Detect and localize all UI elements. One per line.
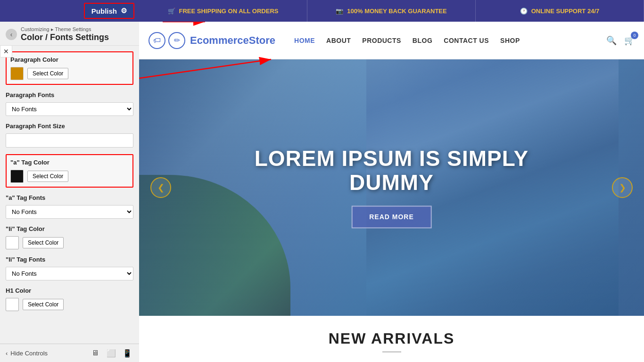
nav-right: 🔍 🛒 0 — [606, 35, 635, 46]
mobile-view-btn[interactable]: 📱 — [121, 348, 133, 358]
h1-color-row: Select Color — [6, 298, 133, 311]
back-button[interactable]: ‹ — [6, 29, 17, 40]
h1-color-button-label: Select Color — [28, 301, 58, 308]
paragraph-fonts-section: Paragraph Fonts No Fonts Arial Georgia — [6, 91, 133, 116]
preview-area: 🏷 ✏ EcommerceStore HOME ABOUT PRODUCTS B… — [139, 22, 644, 362]
paragraph-font-size-input[interactable] — [6, 133, 133, 148]
tablet-view-btn[interactable]: ⬜ — [105, 348, 117, 358]
hero-read-more-label: READ MORE — [369, 214, 414, 221]
breadcrumb-area: Customizing ▸ Theme Settings Color / Fon… — [21, 26, 109, 42]
site-nav: 🏷 ✏ EcommerceStore HOME ABOUT PRODUCTS B… — [139, 22, 644, 59]
hero-next-icon: ❯ — [619, 182, 626, 193]
publish-label: Publish — [91, 7, 117, 15]
hide-controls-label: Hide Controls — [10, 350, 48, 357]
cart-badge: 0 — [631, 32, 638, 39]
sidebar-header: ‹ Customizing ▸ Theme Settings Color / F… — [0, 22, 139, 46]
breadcrumb: Customizing ▸ Theme Settings — [21, 26, 109, 33]
logo-text-store: Store — [249, 34, 275, 46]
banner-guarantee-text: 100% MONEY BACK GUARANTEE — [347, 8, 446, 15]
hide-controls-chevron: ‹ — [6, 350, 8, 357]
view-icons: 🖥 ⬜ 📱 — [89, 348, 133, 358]
gear-icon: ⚙ — [121, 7, 127, 15]
h1-color-section: H1 Color Select Color — [6, 287, 133, 311]
cart-nav-icon[interactable]: 🛒 0 — [624, 35, 635, 46]
hero-title-line2: DUMMY — [240, 171, 543, 195]
hero-prev-btn[interactable]: ❮ — [150, 177, 171, 198]
guarantee-icon: 📷 — [336, 8, 343, 15]
banner-shipping-text: FREE SHIPPING ON ALL ORDERS — [179, 8, 279, 15]
a-tag-fonts-select[interactable]: No Fonts Arial Georgia — [6, 205, 133, 219]
nav-links: HOME ABOUT PRODUCTS BLOG CONTACT US SHOP — [294, 37, 520, 44]
banner-shipping: 🛒 FREE SHIPPING ON ALL ORDERS — [139, 0, 307, 22]
publish-button[interactable]: Publish ⚙ — [84, 3, 134, 19]
paragraph-color-row: Select Color — [10, 67, 129, 80]
nav-contact[interactable]: CONTACT US — [444, 37, 489, 44]
hero-title-line1: LOREM IPSUM IS SIMPLY — [240, 147, 543, 171]
paragraph-color-section: Paragraph Color Select Color — [6, 51, 133, 85]
shipping-icon: 🛒 — [168, 8, 175, 15]
hero-read-more-btn[interactable]: READ MORE — [351, 206, 432, 229]
hero-prev-icon: ❮ — [157, 182, 165, 193]
banner-guarantee: 📷 100% MONEY BACK GUARANTEE — [307, 0, 476, 22]
paragraph-color-button-label: Select Color — [33, 70, 63, 77]
a-tag-color-swatch — [10, 170, 24, 183]
a-tag-fonts-label: "a" Tag Fonts — [6, 194, 133, 201]
paragraph-color-label: Paragraph Color — [10, 56, 129, 63]
support-icon: 🕐 — [520, 8, 528, 15]
h1-color-label: H1 Color — [6, 287, 133, 294]
paragraph-color-button[interactable]: Select Color — [27, 68, 68, 79]
hero-content: LOREM IPSUM IS SIMPLY DUMMY READ MORE — [240, 147, 543, 228]
nav-blog[interactable]: BLOG — [413, 37, 432, 44]
main-layout: ✕ ‹ Customizing ▸ Theme Settings Color /… — [0, 22, 644, 362]
a-tag-color-button[interactable]: Select Color — [27, 171, 68, 182]
logo-text: EcommerceStore — [190, 34, 275, 47]
a-tag-color-button-label: Select Color — [33, 173, 63, 180]
logo-text-blue: commerce — [197, 34, 249, 46]
new-arrivals-title: NEW ARRIVALS — [149, 330, 635, 347]
logo-text-ecommerce: E — [190, 34, 197, 46]
li-tag-color-label: "li" Tag Color — [6, 225, 133, 232]
site-logo: 🏷 ✏ EcommerceStore — [149, 32, 275, 49]
li-tag-fonts-section: "li" Tag Fonts No Fonts Arial Georgia — [6, 256, 133, 280]
paragraph-font-size-label: Paragraph Font Size — [6, 123, 133, 130]
hero-section: ❮ LOREM IPSUM IS SIMPLY DUMMY READ MORE … — [139, 59, 644, 316]
new-arrivals-divider — [382, 351, 401, 353]
paragraph-fonts-select[interactable]: No Fonts Arial Georgia — [6, 102, 133, 116]
li-tag-color-swatch — [6, 236, 19, 249]
hero-title: LOREM IPSUM IS SIMPLY DUMMY — [240, 147, 543, 194]
h1-color-button[interactable]: Select Color — [23, 299, 64, 310]
a-tag-color-section: "a" Tag Color Select Color — [6, 154, 133, 188]
paragraph-font-size-section: Paragraph Font Size — [6, 123, 133, 148]
sidebar-bottom: ‹ Hide Controls 🖥 ⬜ 📱 — [0, 344, 139, 362]
nav-home[interactable]: HOME — [294, 37, 315, 44]
sidebar-content: Paragraph Color Select Color Paragraph F… — [0, 46, 139, 344]
li-tag-fonts-label: "li" Tag Fonts — [6, 256, 133, 263]
banner-support-text: ONLINE SUPPORT 24/7 — [531, 8, 599, 15]
a-tag-color-label: "a" Tag Color — [10, 159, 129, 166]
new-arrivals-section: NEW ARRIVALS — [139, 316, 644, 362]
paragraph-color-swatch — [10, 67, 24, 80]
search-nav-icon[interactable]: 🔍 — [606, 35, 617, 46]
logo-icon-pen: ✏ — [168, 32, 185, 49]
logo-icon-tag: 🏷 — [149, 32, 165, 49]
banner-support: 🕐 ONLINE SUPPORT 24/7 — [476, 0, 644, 22]
a-tag-color-row: Select Color — [10, 170, 129, 183]
hide-controls-btn[interactable]: ‹ Hide Controls — [6, 350, 48, 357]
h1-color-swatch — [6, 298, 19, 311]
li-tag-color-section: "li" Tag Color Select Color — [6, 225, 133, 249]
paragraph-fonts-label: Paragraph Fonts — [6, 91, 133, 99]
hero-next-btn[interactable]: ❯ — [612, 177, 633, 198]
nav-shop[interactable]: SHOP — [500, 37, 520, 44]
li-tag-color-row: Select Color — [6, 236, 133, 249]
sidebar: ✕ ‹ Customizing ▸ Theme Settings Color /… — [0, 22, 139, 362]
logo-icons: 🏷 ✏ — [149, 32, 185, 49]
li-tag-color-button[interactable]: Select Color — [23, 237, 64, 248]
li-tag-color-button-label: Select Color — [28, 239, 58, 246]
back-icon: ‹ — [10, 31, 13, 38]
top-bar-banners: 🛒 FREE SHIPPING ON ALL ORDERS 📷 100% MON… — [139, 0, 644, 22]
li-tag-fonts-select[interactable]: No Fonts Arial Georgia — [6, 267, 133, 280]
page-title: Color / Fonts Settings — [21, 33, 109, 42]
nav-about[interactable]: ABOUT — [326, 37, 351, 44]
desktop-view-btn[interactable]: 🖥 — [89, 348, 101, 358]
nav-products[interactable]: PRODUCTS — [362, 37, 401, 44]
